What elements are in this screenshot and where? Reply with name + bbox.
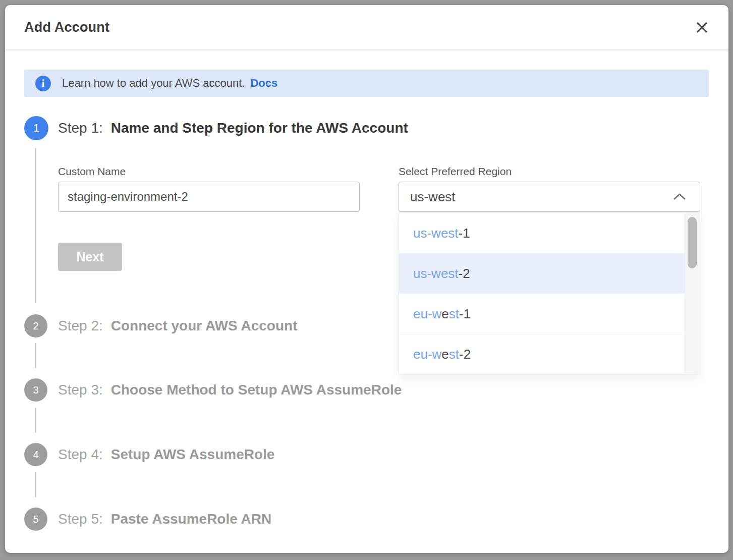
step-2-heading: Step 2: Connect your AWS Account	[58, 318, 297, 335]
option-rest-text: -1	[459, 226, 470, 241]
step-2-title: Connect your AWS Account	[111, 318, 298, 334]
option-rest-text: e	[441, 347, 448, 362]
dropdown-option-us-west-2[interactable]: us-west-2	[399, 253, 685, 294]
banner-text: Learn how to add your AWS account.	[62, 77, 245, 90]
option-match-text: us-west	[413, 266, 459, 282]
step-1-indicator: 1	[24, 116, 48, 140]
option-rest-text: -1	[459, 306, 471, 322]
step-4-title: Setup AWS AssumeRole	[111, 446, 275, 463]
option-match-text: st	[449, 347, 459, 362]
dialog-header: Add Account	[5, 5, 728, 50]
step-4-label: Step 4:	[58, 446, 103, 463]
dropdown-scrollbar-track[interactable]	[685, 213, 699, 373]
step-1-label: Step 1:	[58, 120, 103, 136]
add-account-dialog: Add Account i Learn how to add your AWS …	[5, 5, 728, 553]
option-match-text: eu-w	[413, 306, 441, 322]
close-icon	[695, 21, 709, 34]
step-2-label: Step 2:	[58, 318, 103, 334]
option-match-text: eu-w	[413, 347, 441, 362]
step-1-heading: Step 1: Name and Step Region for the AWS…	[58, 120, 408, 137]
step-1-title: Name and Step Region for the AWS Account	[111, 120, 408, 136]
step-connector-3-4	[35, 408, 36, 433]
dialog-title: Add Account	[24, 20, 109, 35]
custom-name-label: Custom Name	[58, 165, 126, 178]
custom-name-input[interactable]	[58, 182, 360, 212]
step-3-heading: Step 3: Choose Method to Setup AWS Assum…	[58, 382, 402, 399]
step-connector-1-2	[35, 148, 36, 303]
dropdown-option-eu-west-2[interactable]: eu-west-2	[399, 334, 685, 374]
chevron-up-icon	[671, 192, 688, 201]
step-5-heading: Step 5: Paste AssumeRole ARN	[58, 511, 271, 528]
step-connector-4-5	[35, 472, 36, 497]
option-rest-text: -2	[459, 347, 471, 362]
step-5-indicator: 5	[24, 508, 47, 531]
step-5-title: Paste AssumeRole ARN	[111, 511, 271, 527]
dropdown-scrollbar-thumb[interactable]	[688, 217, 697, 268]
region-dropdown: us-west-1us-west-2eu-west-1eu-west-2	[399, 212, 700, 374]
option-rest-text: -2	[459, 266, 470, 282]
step-2-indicator: 2	[24, 314, 47, 338]
next-button[interactable]: Next	[58, 243, 122, 271]
dropdown-option-eu-west-1[interactable]: eu-west-1	[399, 294, 685, 334]
step-5-label: Step 5:	[58, 511, 103, 527]
dropdown-option-us-west-1[interactable]: us-west-1	[399, 213, 685, 253]
region-select-value: us-west	[410, 189, 456, 205]
step-3-indicator: 3	[24, 378, 47, 402]
region-select[interactable]: us-west	[399, 182, 700, 212]
info-icon: i	[35, 76, 51, 91]
step-3-title: Choose Method to Setup AWS AssumeRole	[111, 382, 402, 398]
step-4-heading: Step 4: Setup AWS AssumeRole	[58, 446, 274, 464]
step-4-indicator: 4	[24, 443, 47, 466]
close-button[interactable]	[693, 19, 710, 36]
step-3-label: Step 3:	[58, 382, 103, 398]
info-banner: i Learn how to add your AWS account. Doc…	[24, 70, 709, 97]
option-match-text: st	[449, 306, 459, 322]
region-dropdown-options: us-west-1us-west-2eu-west-1eu-west-2	[399, 213, 685, 374]
option-rest-text: e	[441, 306, 448, 322]
option-match-text: us-west	[413, 226, 459, 241]
region-label: Select Preferred Region	[399, 165, 512, 178]
docs-link[interactable]: Docs	[250, 77, 277, 90]
step-connector-2-3	[35, 343, 36, 368]
